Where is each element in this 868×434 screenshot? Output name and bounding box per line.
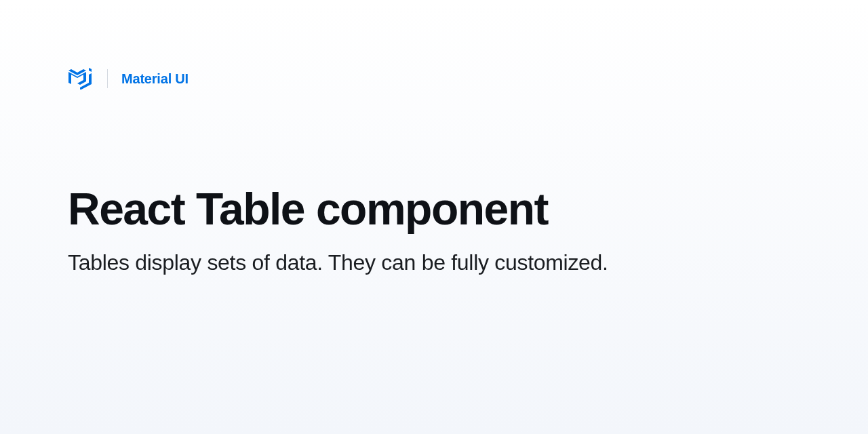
mui-logo-icon	[68, 68, 94, 90]
header: Material UI	[0, 0, 868, 90]
header-divider	[107, 69, 108, 88]
page-subtitle: Tables display sets of data. They can be…	[68, 250, 868, 275]
brand-name: Material UI	[121, 71, 189, 87]
page-title: React Table component	[68, 184, 868, 234]
content: React Table component Tables display set…	[0, 90, 868, 275]
